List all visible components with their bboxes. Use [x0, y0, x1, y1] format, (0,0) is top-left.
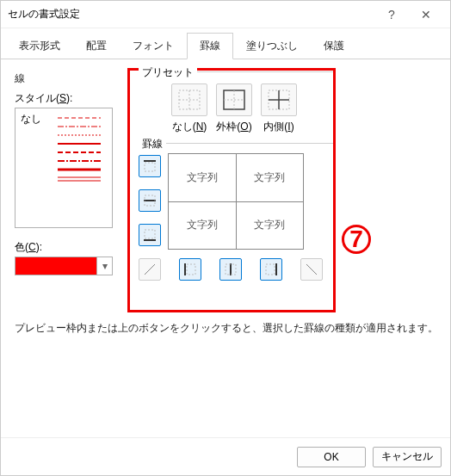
preset-none-label: なし(N)	[170, 120, 208, 134]
help-button[interactable]: ?	[374, 2, 409, 28]
style-listbox[interactable]: なし	[15, 108, 113, 228]
help-text: プレビュー枠内または上のボタンをクリックすると、選択した罫線の種類が適用されます…	[15, 321, 438, 336]
style-none[interactable]: なし	[21, 112, 55, 127]
border-side-buttons-left	[135, 153, 164, 250]
style-label: スタイル(S):	[15, 91, 127, 106]
color-swatch	[15, 257, 96, 275]
tab-fill[interactable]: 塗りつぶし	[233, 33, 311, 59]
style-label-pre: スタイル(	[15, 92, 59, 104]
color-label-key: C	[28, 241, 36, 253]
border-group: 罫線 文字列 文字列 文字列 文字列	[135, 143, 333, 281]
tab-display[interactable]: 表示形式	[6, 33, 73, 59]
border-top-button[interactable]	[139, 155, 161, 177]
preset-inside-label: 内側(I)	[260, 120, 298, 134]
svg-rect-26	[187, 264, 195, 275]
ok-button[interactable]: OK	[297, 447, 366, 467]
tab-alignment[interactable]: 配置	[73, 33, 120, 59]
preset-inside-icon	[261, 83, 297, 116]
style-samples[interactable]	[58, 112, 101, 186]
chevron-down-icon[interactable]: ▾	[96, 257, 112, 275]
preview-cell: 文字列	[236, 154, 303, 201]
color-picker[interactable]: ▾	[15, 257, 113, 275]
cancel-button[interactable]: キャンセル	[373, 447, 442, 467]
preview-cell: 文字列	[236, 201, 303, 249]
tab-border[interactable]: 罫線	[187, 33, 233, 59]
svg-rect-23	[145, 230, 155, 238]
svg-rect-19	[145, 163, 155, 171]
style-label-key: S	[59, 92, 66, 104]
border-group-label: 罫線	[139, 137, 166, 151]
border-hmiddle-button[interactable]	[139, 189, 161, 212]
preview-cell: 文字列	[169, 154, 236, 201]
color-label: 色(C):	[15, 240, 127, 255]
border-preview[interactable]: 文字列 文字列 文字列 文字列	[168, 153, 304, 250]
border-right-button[interactable]	[260, 258, 282, 281]
preset-none[interactable]: なし(N)	[170, 83, 208, 134]
preset-outline[interactable]: 外枠(O)	[215, 83, 253, 134]
line-group: 線 スタイル(S): なし 色(C): ▾	[15, 71, 127, 275]
right-area: プリセット なし(N) 外枠(O)	[135, 71, 333, 287]
tab-font[interactable]: フォント	[120, 33, 187, 59]
annotation-circled-number: 7	[342, 225, 371, 254]
style-label-post: ):	[66, 92, 72, 104]
preset-outline-label: 外枠(O)	[215, 120, 253, 134]
preset-outline-icon	[216, 83, 252, 116]
border-diag-up-button[interactable]	[139, 258, 161, 281]
preset-none-icon	[171, 83, 207, 116]
svg-rect-30	[266, 264, 275, 275]
border-left-button[interactable]	[179, 258, 201, 281]
border-side-buttons-bottom	[135, 258, 323, 281]
svg-line-24	[145, 264, 155, 275]
color-label-post: ):	[36, 241, 42, 253]
close-button[interactable]: ✕	[409, 2, 443, 28]
border-diag-down-button[interactable]	[300, 258, 323, 281]
dialog-footer: OK キャンセル	[1, 437, 450, 475]
preset-inside[interactable]: 内側(I)	[260, 83, 298, 134]
color-label-pre: 色(	[15, 241, 28, 253]
dialog-body: 線 スタイル(S): なし 色(C): ▾	[1, 59, 450, 437]
window-title: セルの書式設定	[8, 7, 374, 22]
border-vmiddle-button[interactable]	[219, 258, 242, 281]
svg-line-31	[306, 264, 317, 275]
tab-strip: 表示形式 配置 フォント 罫線 塗りつぶし 保護	[1, 28, 450, 59]
border-bottom-button[interactable]	[139, 224, 161, 246]
line-group-label: 線	[15, 71, 127, 86]
tab-protection[interactable]: 保護	[311, 33, 357, 59]
title-bar: セルの書式設定 ? ✕	[1, 1, 450, 28]
preview-cell: 文字列	[169, 201, 236, 249]
preset-group-label: プリセット	[139, 65, 197, 80]
preset-group: プリセット なし(N) 外枠(O)	[135, 71, 333, 134]
